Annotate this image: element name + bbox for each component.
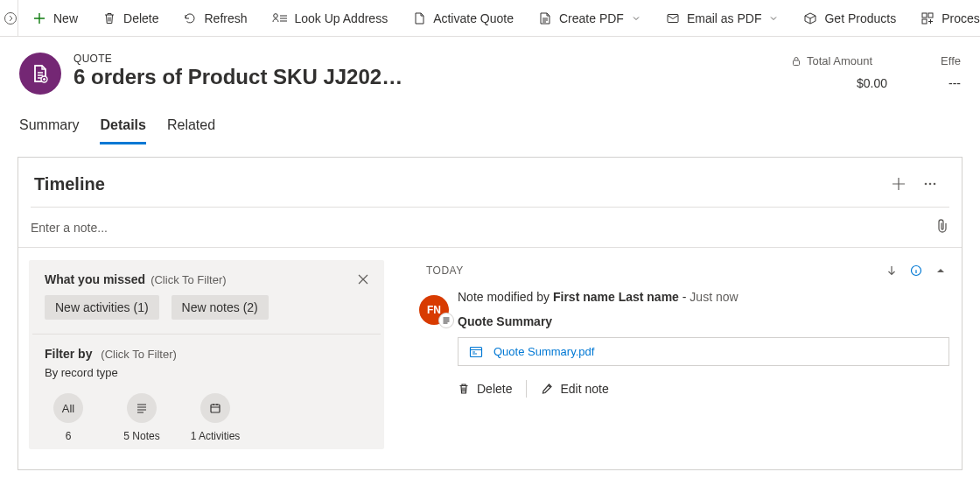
- trash-icon: [102, 11, 116, 25]
- box-icon: [803, 11, 817, 25]
- activate-quote-button[interactable]: Activate Quote: [402, 0, 524, 37]
- process-label: Process: [942, 11, 980, 25]
- create-pdf-button[interactable]: Create PDF: [528, 0, 652, 37]
- pdf-icon: [538, 11, 552, 25]
- pill-notes-count: 5 Notes: [123, 430, 159, 442]
- emailpdf-label: Email as PDF: [687, 11, 762, 25]
- total-amount-label: Total Amount: [807, 54, 872, 67]
- pill-notes[interactable]: [127, 393, 157, 423]
- get-products-button[interactable]: Get Products: [793, 0, 906, 37]
- calendar-icon: [209, 402, 221, 414]
- missed-hint: (Click To Filter): [150, 273, 226, 286]
- timeline-add-button[interactable]: [883, 170, 914, 198]
- lookup-icon: [272, 11, 288, 25]
- entry-edit-button[interactable]: Edit note: [541, 382, 608, 396]
- effective-label: Effe: [941, 54, 961, 67]
- total-amount-field: Total Amount $0.00: [791, 53, 914, 90]
- pill-all-count: 6: [66, 430, 72, 442]
- timeline-title: Timeline: [34, 174, 883, 194]
- plus-icon: [891, 176, 906, 192]
- chevron-down-icon: [631, 13, 641, 24]
- record-title: 6 orders of Product SKU JJ202 (sam...: [74, 65, 406, 89]
- chip-new-activities[interactable]: New activities (1): [45, 295, 159, 320]
- svg-point-0: [5, 12, 17, 24]
- notes-icon: [136, 402, 148, 414]
- pill-all[interactable]: All: [53, 393, 83, 423]
- timeline-entry: FN Note modified by First name Last name…: [426, 290, 953, 398]
- more-icon: [922, 176, 938, 192]
- arrow-down-icon: [886, 264, 898, 277]
- getprod-label: Get Products: [824, 11, 896, 25]
- plus-icon: [32, 11, 46, 25]
- command-bar: New Delete Refresh Look Up Address Activ…: [0, 0, 980, 37]
- total-amount-value: $0.00: [791, 67, 914, 90]
- missed-title: What you missed: [45, 272, 145, 286]
- svg-rect-3: [922, 13, 927, 18]
- collapse-button[interactable]: [928, 260, 953, 281]
- createpdf-label: Create PDF: [559, 11, 624, 25]
- note-badge-icon: [438, 313, 454, 328]
- avatar-initials: FN: [427, 304, 441, 316]
- svg-rect-11: [211, 405, 220, 412]
- tab-summary[interactable]: Summary: [19, 117, 79, 144]
- entity-icon: [19, 53, 61, 95]
- refresh-label: Refresh: [204, 11, 247, 25]
- chip-new-notes[interactable]: New notes (2): [172, 295, 269, 320]
- delete-label: Delete: [123, 11, 158, 25]
- note-placeholder: Enter a note...: [29, 221, 935, 235]
- missed-close-button[interactable]: [353, 269, 374, 290]
- by-record-type: By record type: [45, 366, 368, 379]
- svg-rect-13: [471, 347, 482, 356]
- lookup-label: Look Up Address: [295, 11, 388, 25]
- delete-button[interactable]: Delete: [92, 0, 169, 37]
- tab-related[interactable]: Related: [167, 117, 215, 144]
- info-icon: [910, 264, 922, 277]
- timeline-card: Timeline Enter a note... What you missed…: [18, 157, 962, 470]
- entry-author: First name Last name: [553, 290, 679, 304]
- lookup-address-button[interactable]: Look Up Address: [262, 0, 399, 37]
- process-icon: [920, 11, 934, 25]
- refresh-icon: [183, 11, 197, 25]
- entry-prefix: Note modified by: [458, 290, 553, 304]
- back-chevron-button[interactable]: [4, 0, 18, 37]
- new-button[interactable]: New: [22, 0, 88, 37]
- caret-up-icon: [936, 266, 945, 275]
- svg-point-1: [273, 13, 277, 18]
- attachment-name[interactable]: Quote Summary.pdf: [494, 345, 594, 358]
- attach-button[interactable]: [935, 218, 949, 236]
- note-input[interactable]: Enter a note...: [18, 208, 962, 248]
- svg-point-10: [934, 183, 936, 186]
- timeline-more-button[interactable]: [914, 170, 946, 198]
- svg-rect-7: [794, 60, 800, 66]
- entry-edit-label: Edit note: [560, 382, 608, 396]
- attachment-row[interactable]: Quote Summary.pdf: [458, 337, 949, 366]
- svg-point-9: [929, 183, 932, 186]
- sort-button[interactable]: [879, 260, 904, 281]
- document-icon: [412, 11, 426, 25]
- email-pdf-button[interactable]: Email as PDF: [655, 0, 790, 37]
- svg-rect-4: [928, 13, 933, 18]
- new-label: New: [53, 11, 78, 25]
- tab-details[interactable]: Details: [100, 117, 145, 144]
- pill-activities[interactable]: [200, 393, 230, 423]
- what-you-missed-pane: What you missed (Click To Filter) New ac…: [18, 248, 395, 470]
- entry-delete-label: Delete: [477, 382, 512, 396]
- svg-point-8: [925, 183, 928, 186]
- process-button[interactable]: Process: [910, 0, 980, 37]
- activate-label: Activate Quote: [433, 11, 514, 25]
- mail-icon: [666, 11, 680, 25]
- entry-sep: -: [679, 290, 690, 304]
- filterby-title: Filter by: [45, 347, 92, 361]
- chevron-down-icon: [768, 13, 779, 24]
- refresh-button[interactable]: Refresh: [172, 0, 257, 37]
- entry-delete-button[interactable]: Delete: [458, 382, 512, 396]
- filterby-hint: (Click To Filter): [101, 348, 176, 361]
- divider: [526, 380, 527, 398]
- quote-doc-icon: [31, 64, 50, 83]
- form-tabs: Summary Details Related: [0, 95, 980, 144]
- entry-title: Quote Summary: [458, 314, 953, 328]
- file-icon: [469, 346, 483, 358]
- info-button[interactable]: [904, 260, 928, 281]
- pill-activities-count: 1 Activities: [191, 430, 241, 442]
- record-header: QUOTE 6 orders of Product SKU JJ202 (sam…: [0, 37, 980, 95]
